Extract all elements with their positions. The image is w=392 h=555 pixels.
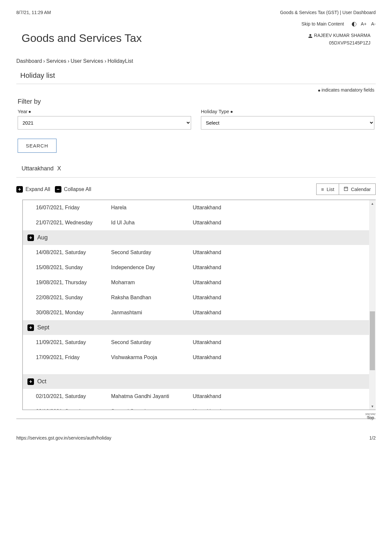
- collapse-all-button[interactable]: − Collapse All: [55, 186, 91, 193]
- scroll-up-icon[interactable]: ▲: [369, 200, 376, 207]
- print-pagenum: 1/2: [369, 435, 376, 441]
- holiday-date: 17/09/2021, Friday: [36, 355, 111, 360]
- breadcrumb-item[interactable]: Services: [46, 58, 66, 64]
- holiday-state: Uttarakhand: [193, 295, 363, 301]
- back-to-top-button[interactable]: ︿︿ Top: [365, 412, 376, 420]
- year-select[interactable]: 2021: [18, 116, 191, 130]
- holiday-state: Uttarakhand: [193, 310, 363, 316]
- filter-title: Filter by: [16, 98, 376, 105]
- filter-tag-label: Uttarakhand: [22, 165, 54, 172]
- plus-icon: +: [27, 378, 34, 385]
- holiday-name: Second Saturday: [111, 408, 193, 409]
- holiday-row: 16/07/2021, FridayHarelaUttarakhand: [23, 200, 369, 215]
- holiday-row: 15/08/2021, SundayIndependence DayUttara…: [23, 260, 369, 275]
- holiday-date: 22/08/2021, Sunday: [36, 295, 111, 301]
- holiday-name: Id Ul Juha: [111, 220, 193, 226]
- holiday-name: Mahatma Gandhi Jayanti: [111, 393, 193, 399]
- holiday-state: Uttarakhand: [193, 250, 363, 255]
- scroll-down-icon[interactable]: ▼: [369, 403, 376, 409]
- holiday-name: Moharram: [111, 280, 193, 286]
- mandatory-dot-icon: [29, 111, 31, 113]
- print-url: https://services.gst.gov.in/services/aut…: [16, 435, 111, 441]
- holiday-row: 21/07/2021, WednesdayId Ul JuhaUttarakha…: [23, 215, 369, 230]
- holiday-name: Independence Day: [111, 265, 193, 270]
- font-decrease-button[interactable]: A-: [371, 21, 376, 26]
- user-icon: [308, 34, 313, 38]
- filter-tag: Uttarakhand X: [16, 156, 376, 178]
- holiday-state: Uttarakhand: [193, 355, 363, 360]
- holiday-name: Harela: [111, 205, 193, 211]
- holiday-row: 14/08/2021, SaturdaySecond SaturdayUttar…: [23, 245, 369, 260]
- holiday-row: 22/08/2021, SundayRaksha BandhanUttarakh…: [23, 290, 369, 305]
- holiday-state: Uttarakhand: [193, 220, 363, 226]
- year-label: Year: [18, 109, 191, 114]
- holiday-name: Raksha Bandhan: [111, 295, 193, 301]
- skip-link[interactable]: Skip to Main Content: [302, 21, 344, 26]
- holiday-state: Uttarakhand: [193, 393, 363, 399]
- holiday-state: Uttarakhand: [193, 339, 363, 345]
- holiday-row: 30/08/2021, MondayJanmashtamiUttarakhand: [23, 305, 369, 320]
- holiday-state: Uttarakhand: [193, 205, 363, 211]
- holiday-name: Second Saturday: [111, 250, 193, 255]
- holiday-list: 16/07/2021, FridayHarelaUttarakhand21/07…: [22, 199, 376, 410]
- chevron-right-icon: ›: [43, 58, 45, 64]
- page-heading: Holiday list: [16, 69, 376, 84]
- month-label: Oct: [37, 378, 46, 385]
- holiday-state: Uttarakhand: [193, 408, 363, 409]
- divider: [16, 419, 376, 419]
- minus-icon: −: [55, 186, 61, 193]
- scrollbar[interactable]: ▲ ▼: [369, 200, 376, 409]
- holiday-date: 14/08/2021, Saturday: [36, 250, 111, 255]
- holiday-row: 02/10/2021, SaturdayMahatma Gandhi Jayan…: [23, 389, 369, 404]
- font-increase-button[interactable]: A+: [361, 21, 367, 26]
- plus-icon: +: [16, 186, 23, 193]
- holiday-state: Uttarakhand: [193, 280, 363, 286]
- scroll-thumb[interactable]: [370, 311, 375, 370]
- view-toggle: ≡ List Calendar: [316, 183, 376, 195]
- breadcrumb-item: HolidayList: [107, 58, 133, 64]
- breadcrumb-item[interactable]: Dashboard: [16, 58, 42, 64]
- holiday-name: Janmashtami: [111, 310, 193, 316]
- user-block: RAJEEV KUMAR SHARMA 05DXVPS2145P1ZJ: [308, 32, 370, 46]
- breadcrumb-item[interactable]: User Services: [71, 58, 103, 64]
- print-timestamp: 8/7/21, 11:29 AM: [16, 10, 51, 15]
- user-name: RAJEEV KUMAR SHARMA: [314, 33, 370, 38]
- filter-tag-close[interactable]: X: [57, 165, 61, 172]
- plus-icon: +: [27, 324, 34, 331]
- holiday-date: 19/08/2021, Thursday: [36, 280, 111, 286]
- expand-all-button[interactable]: + Expand All: [16, 186, 50, 193]
- list-icon: ≡: [321, 186, 324, 192]
- holiday-row: 17/09/2021, FridayVishwakarma PoojaUttar…: [23, 350, 369, 365]
- mandatory-dot-icon: [318, 90, 320, 92]
- chevron-right-icon: ›: [68, 58, 69, 64]
- mandatory-note: indicates mandatory fields: [16, 84, 376, 98]
- holiday-date: 21/07/2021, Wednesday: [36, 220, 111, 226]
- holiday-type-select[interactable]: Select: [201, 116, 374, 130]
- search-button[interactable]: SEARCH: [18, 139, 57, 153]
- plus-icon: +: [27, 234, 34, 241]
- print-footer: https://services.gst.gov.in/services/aut…: [16, 435, 376, 441]
- site-title: Goods and Services Tax: [22, 32, 142, 44]
- calendar-view-button[interactable]: Calendar: [339, 184, 375, 195]
- holiday-date: 16/07/2021, Friday: [36, 205, 111, 211]
- mandatory-dot-icon: [231, 111, 233, 113]
- breadcrumb: Dashboard›Services›User Services›Holiday…: [16, 58, 376, 64]
- holiday-state: Uttarakhand: [193, 265, 363, 270]
- holiday-name: Vishwakarma Pooja: [111, 355, 193, 360]
- contrast-icon[interactable]: [349, 21, 356, 26]
- holiday-row: 11/09/2021, SaturdaySecond SaturdayUttar…: [23, 335, 369, 350]
- list-view-button[interactable]: ≡ List: [317, 184, 339, 195]
- chevron-right-icon: ›: [105, 58, 106, 64]
- accessibility-bar: Skip to Main Content A+ A-: [16, 21, 376, 26]
- holiday-date: 09/10/2021, Saturday: [36, 408, 111, 409]
- month-label: Sept: [37, 324, 49, 331]
- holiday-date: 11/09/2021, Saturday: [36, 339, 111, 345]
- month-header[interactable]: +Sept: [23, 320, 369, 335]
- holiday-date: 02/10/2021, Saturday: [36, 393, 111, 399]
- holiday-type-label: Holiday Type: [201, 109, 374, 114]
- holiday-row: 09/10/2021, SaturdaySecond SaturdayUttar…: [23, 404, 369, 409]
- month-label: Aug: [37, 234, 48, 241]
- calendar-icon: [344, 186, 348, 192]
- month-header[interactable]: +Oct: [23, 374, 369, 389]
- month-header[interactable]: +Aug: [23, 230, 369, 245]
